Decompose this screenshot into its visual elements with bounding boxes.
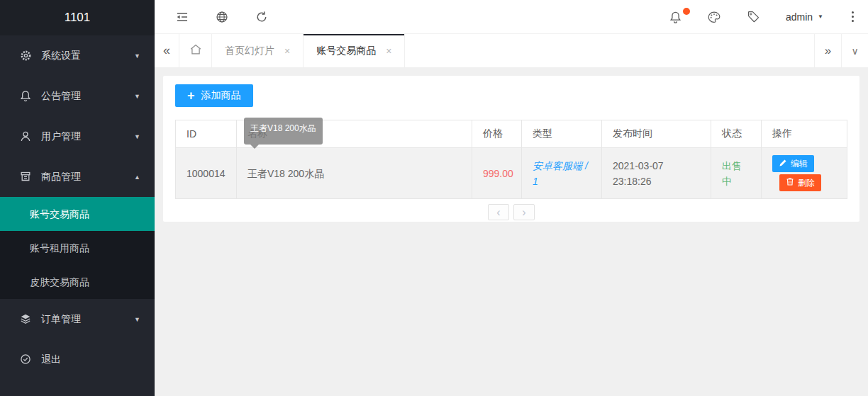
header-status: 状态	[711, 120, 762, 148]
app-title: 1101	[0, 0, 155, 35]
notification-badge-dot	[683, 8, 690, 15]
add-product-button[interactable]: + 添加商品	[175, 84, 253, 107]
next-page-button[interactable]: ›	[513, 204, 535, 220]
sidebar-item-account-rent-products[interactable]: 账号租用商品	[0, 231, 155, 265]
theme-palette-icon[interactable]	[707, 11, 721, 23]
tag-icon[interactable]	[747, 10, 760, 23]
pencil-icon	[779, 159, 787, 169]
close-icon[interactable]: ×	[284, 45, 290, 57]
more-options-kebab-icon[interactable]	[849, 9, 857, 25]
notifications-button[interactable]	[669, 11, 681, 23]
chevron-down-icon: ▼	[134, 133, 140, 140]
chevron-down-icon: ▼	[134, 52, 140, 60]
user-icon	[20, 130, 32, 142]
trash-icon	[786, 177, 794, 188]
cell-status: 出售中	[711, 148, 762, 199]
sidebar: 1101 系统设置 ▼ 公告管理 ▼ 用户管理 ▼ 商	[0, 0, 155, 396]
tab-home-slides[interactable]: 首页幻灯片 ×	[212, 34, 304, 67]
sidebar-item-announcements[interactable]: 公告管理 ▼	[0, 76, 155, 116]
badge-check-icon	[20, 353, 32, 366]
chevron-up-icon: ▲	[134, 174, 140, 181]
sidebar-item-users[interactable]: 用户管理 ▼	[0, 116, 155, 157]
table-row: 1000014 王者V18 200水晶 999.00 安卓客服端 / 1 202…	[176, 148, 847, 199]
close-icon[interactable]: ×	[386, 45, 391, 57]
bell-icon	[20, 90, 32, 102]
bell-icon	[669, 11, 681, 23]
navbar-left-actions	[176, 11, 268, 23]
scroll-tabs-left-button[interactable]: «	[155, 34, 179, 67]
cell-publish-time: 2021-03-07 23:18:26	[602, 148, 711, 199]
cell-name: 王者V18 200水晶	[237, 148, 472, 199]
tab-bar: « 首页幻灯片 × 账号交易商品 × » ∨	[155, 34, 868, 68]
cell-type-link[interactable]: 安卓客服端 / 1	[522, 148, 602, 199]
sidebar-item-system-settings[interactable]: 系统设置 ▼	[0, 35, 155, 76]
globe-icon[interactable]	[216, 11, 228, 23]
header-publish-time: 发布时间	[602, 120, 711, 148]
sidebar-item-products[interactable]: 商品管理 ▲	[0, 157, 155, 197]
cell-id: 1000014	[176, 148, 237, 199]
pagination: ‹ ›	[175, 204, 847, 220]
tab-options-button[interactable]: ∨	[841, 34, 868, 67]
cell-price: 999.00	[472, 148, 522, 199]
sidebar-item-orders[interactable]: 订单管理 ▼	[0, 299, 155, 339]
sidebar-item-label: 公告管理	[41, 90, 81, 103]
app-root: 1101 系统设置 ▼ 公告管理 ▼ 用户管理 ▼ 商	[0, 0, 868, 396]
header-id: ID	[176, 120, 237, 148]
delete-label: 删除	[798, 177, 815, 189]
refresh-icon[interactable]	[255, 11, 268, 23]
header-price: 价格	[472, 120, 522, 148]
tab-account-trade-products[interactable]: 账号交易商品 ×	[304, 34, 405, 67]
prev-page-button[interactable]: ‹	[488, 204, 509, 220]
plus-icon: +	[187, 89, 195, 102]
edit-button[interactable]: 编辑	[772, 155, 814, 172]
chevron-down-icon: ▼	[134, 316, 140, 323]
shop-icon	[20, 171, 32, 183]
scroll-tabs-right-button[interactable]: »	[814, 34, 841, 67]
chevron-down-icon: ▼	[134, 93, 140, 100]
tabbar-spacer	[405, 34, 814, 67]
sidebar-item-label: 用户管理	[41, 130, 81, 143]
content-area: + 添加商品 ID 名称 价格 类型 发布时间	[155, 68, 868, 396]
navbar-right-actions: admin ▼	[669, 9, 857, 25]
tab-label: 首页幻灯片	[225, 45, 274, 57]
user-menu[interactable]: admin ▼	[786, 11, 823, 23]
header-type: 类型	[522, 120, 602, 148]
top-navbar: admin ▼	[155, 0, 868, 34]
main-column: admin ▼ « 首页幻灯片 × 账号交易商品 ×	[155, 0, 868, 396]
chevron-down-icon: ▼	[818, 13, 823, 20]
add-product-label: 添加商品	[201, 89, 241, 102]
header-actions: 操作	[762, 120, 847, 148]
product-name-tooltip: 王者V18 200水晶	[244, 118, 323, 145]
home-tab[interactable]	[179, 34, 212, 67]
edit-label: 编辑	[791, 158, 808, 170]
layers-icon	[20, 313, 32, 325]
products-card: + 添加商品 ID 名称 价格 类型 发布时间	[163, 76, 859, 222]
home-icon	[189, 43, 203, 60]
sidebar-item-label: 退出	[41, 353, 61, 366]
cell-actions: 编辑 删除	[762, 148, 847, 199]
delete-button[interactable]: 删除	[779, 174, 821, 191]
collapse-sidebar-icon[interactable]	[176, 11, 189, 23]
sidebar-item-account-trade-products[interactable]: 账号交易商品	[0, 197, 155, 231]
tab-label: 账号交易商品	[316, 45, 376, 57]
sidebar-item-label: 系统设置	[41, 50, 81, 62]
sidebar-item-logout[interactable]: 退出	[0, 339, 155, 380]
username: admin	[786, 11, 813, 23]
products-submenu: 账号交易商品 账号租用商品 皮肤交易商品	[0, 197, 155, 299]
sidebar-item-label: 商品管理	[41, 171, 81, 183]
sidebar-item-skin-trade-products[interactable]: 皮肤交易商品	[0, 265, 155, 299]
gear-icon	[20, 50, 32, 62]
sidebar-item-label: 订单管理	[41, 313, 81, 326]
